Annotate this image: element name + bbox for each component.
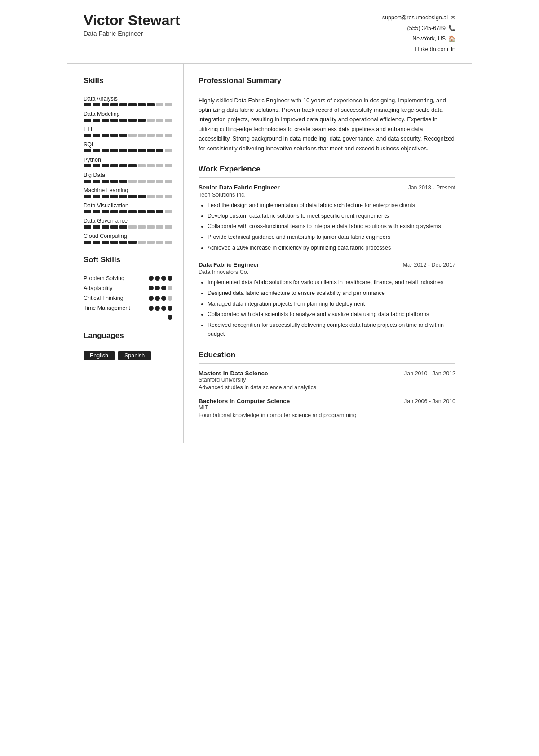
education-list: Masters in Data ScienceJan 2010 - Jan 20…	[199, 370, 455, 418]
languages-divider	[84, 344, 172, 344]
education-school: MIT	[199, 404, 455, 411]
work-entry-header: Data Fabric EngineerMar 2012 - Dec 2017	[199, 261, 455, 268]
skill-segment-filled	[156, 210, 163, 213]
summary-text: Highly skilled Data Fabric Engineer with…	[199, 96, 455, 154]
dot-filled	[155, 286, 160, 290]
skill-segment-empty	[147, 119, 155, 122]
education-description: Foundational knowledge in computer scien…	[199, 412, 455, 418]
skill-name: Data Visualization	[84, 202, 172, 209]
skill-segment-filled	[128, 210, 136, 213]
work-title: Data Fabric Engineer	[199, 261, 259, 268]
skill-segment-empty	[147, 164, 155, 167]
languages-section: Languages EnglishSpanish	[84, 331, 172, 360]
skill-segment-filled	[93, 225, 100, 229]
skill-segment-empty	[156, 225, 163, 229]
skill-name: Data Modeling	[84, 111, 172, 117]
skill-segment-empty	[165, 149, 172, 152]
skill-bar	[84, 149, 172, 152]
skill-name: SQL	[84, 141, 172, 148]
skill-segment-filled	[102, 225, 109, 229]
skills-list: Data AnalysisData ModelingETLSQLPythonBi…	[84, 96, 172, 244]
skill-name: Big Data	[84, 172, 172, 178]
summary-title: Professional Summary	[199, 76, 455, 85]
education-date: Jan 2006 - Jan 2010	[404, 398, 455, 404]
skill-bar	[84, 195, 172, 198]
education-title: Education	[199, 351, 455, 360]
email-line: support@resumedesign.ai ✉	[382, 13, 455, 23]
skill-segment-empty	[138, 134, 146, 137]
skill-segment-empty	[165, 180, 172, 183]
work-bullet: Develop custom data fabric solutions to …	[208, 211, 455, 221]
skill-item: Python	[84, 157, 172, 167]
skill-segment-filled	[93, 119, 100, 122]
dot-filled	[149, 286, 154, 290]
skill-segment-empty	[147, 241, 155, 244]
email-text: support@resumedesign.ai	[382, 13, 448, 23]
skill-segment-empty	[165, 225, 172, 229]
skill-segment-empty	[165, 195, 172, 198]
skill-segment-filled	[119, 225, 127, 229]
skill-segment-filled	[110, 210, 118, 213]
skill-name: Python	[84, 157, 172, 163]
skill-segment-empty	[147, 134, 155, 137]
skill-segment-filled	[119, 103, 127, 106]
languages-title: Languages	[84, 331, 172, 340]
linkedin-icon: in	[451, 44, 455, 54]
education-entry-header: Bachelors in Computer ScienceJan 2006 - …	[199, 398, 455, 404]
work-date: Jan 2018 - Present	[408, 185, 455, 191]
skill-segment-filled	[84, 164, 91, 167]
skill-segment-empty	[156, 134, 163, 137]
location-line: NewYork, US 🏠	[382, 34, 455, 44]
skill-bar	[84, 210, 172, 213]
summary-divider	[199, 89, 455, 89]
work-entry: Data Fabric EngineerMar 2012 - Dec 2017D…	[199, 261, 455, 339]
skill-segment-empty	[165, 134, 172, 137]
work-bullet: Collaborate with cross-functional teams …	[208, 222, 455, 231]
skill-segment-filled	[93, 149, 100, 152]
skill-segment-filled	[138, 195, 146, 198]
extra-dots	[168, 315, 172, 320]
soft-skill-dots	[149, 306, 172, 311]
education-section: Education Masters in Data ScienceJan 201…	[199, 351, 455, 418]
skills-section: Skills Data AnalysisData ModelingETLSQLP…	[84, 76, 172, 244]
work-bullet: Achieved a 20% increase in efficiency by…	[208, 243, 455, 253]
skill-name: Machine Learning	[84, 187, 172, 193]
education-description: Advanced studies in data science and ana…	[199, 384, 455, 391]
work-company: Data Innovators Co.	[199, 269, 455, 275]
skill-segment-filled	[102, 241, 109, 244]
candidate-title: Data Fabric Engineer	[84, 30, 180, 37]
education-date: Jan 2010 - Jan 2012	[404, 370, 455, 377]
skill-segment-filled	[119, 134, 127, 137]
education-degree: Masters in Data Science	[199, 370, 268, 377]
language-tag: Spanish	[118, 351, 151, 360]
skill-segment-filled	[110, 195, 118, 198]
skill-segment-empty	[128, 225, 136, 229]
skill-segment-filled	[110, 180, 118, 183]
skill-segment-filled	[84, 180, 91, 183]
soft-skill-dots	[149, 276, 172, 281]
soft-skills-list: Problem SolvingAdaptabilityCritical Thin…	[84, 275, 172, 320]
skill-segment-empty	[156, 103, 163, 106]
skill-segment-filled	[138, 103, 146, 106]
skill-segment-filled	[128, 195, 136, 198]
skill-segment-empty	[156, 180, 163, 183]
skill-segment-filled	[110, 164, 118, 167]
soft-skill-name: Adaptability	[84, 285, 113, 292]
dot-filled	[149, 296, 154, 301]
work-bullet: Provide technical guidance and mentorshi…	[208, 233, 455, 242]
skill-bar	[84, 164, 172, 167]
skill-segment-filled	[147, 210, 155, 213]
dot-filled	[168, 306, 172, 311]
skill-segment-filled	[84, 210, 91, 213]
skill-segment-filled	[128, 241, 136, 244]
dot-filled	[161, 296, 166, 301]
sidebar: Skills Data AnalysisData ModelingETLSQLP…	[67, 64, 184, 443]
phone-text: (555) 345-6789	[407, 23, 446, 34]
skill-segment-filled	[84, 195, 91, 198]
skill-bar	[84, 119, 172, 122]
skill-segment-empty	[156, 164, 163, 167]
skill-bar	[84, 225, 172, 229]
skill-segment-filled	[93, 164, 100, 167]
skills-divider	[84, 89, 172, 89]
skill-item: Data Governance	[84, 218, 172, 229]
